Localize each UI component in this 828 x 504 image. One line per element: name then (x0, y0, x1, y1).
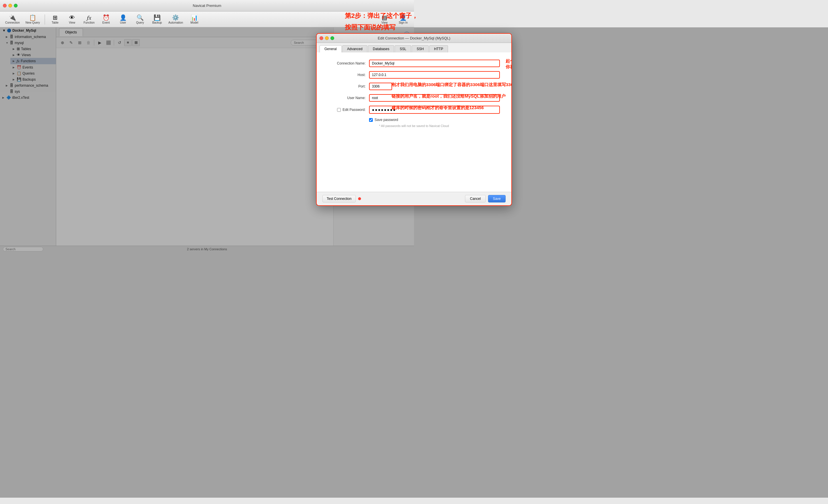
query-icon: 🔍 (136, 15, 144, 20)
connection-name-row: Connection Name: 起个名字，随意写你喜欢就好 (328, 59, 414, 67)
query-tool[interactable]: 🔍 Query (132, 13, 148, 25)
backup-icon: 💾 (154, 15, 161, 20)
app-title: Navicat Premium (193, 3, 221, 8)
automation-tool[interactable]: ⚙️ Automation (166, 13, 185, 25)
event-icon: ⏰ (102, 15, 110, 20)
model-icon: 📊 (191, 15, 198, 20)
tab-databases[interactable]: Databases (368, 45, 394, 52)
connection-tool[interactable]: 🔌 Connection (3, 13, 22, 25)
dialog-window-controls[interactable] (320, 36, 334, 40)
dialog-footer: Test Connection Cancel Save (317, 192, 414, 205)
edit-password-label: Edit Password: (342, 108, 366, 112)
annotation-step2: 第2步：弹出了这个窗子， (345, 11, 414, 20)
new-query-tool[interactable]: 📋 New Query (23, 13, 42, 25)
function-icon: 𝑓𝑥 (87, 15, 91, 20)
port-input[interactable] (369, 83, 392, 90)
table-icon: ⊞ (53, 15, 57, 20)
maximize-button[interactable] (14, 4, 17, 7)
toolbar-separator-1 (45, 14, 45, 25)
modal-container: 第2步：弹出了这个窗子， 按照下面说的填写 Edit Connection — … (316, 33, 414, 206)
tab-advanced-label: Advanced (347, 47, 363, 51)
view-icon: 👁 (69, 15, 75, 20)
connection-name-label: Connection Name: (328, 61, 366, 66)
tab-databases-label: Databases (373, 47, 389, 51)
backup-tool[interactable]: 💾 Backup (149, 13, 165, 25)
view-label: View (69, 21, 75, 24)
modal-overlay: 第2步：弹出了这个窗子， 按照下面说的填写 Edit Connection — … (0, 27, 414, 252)
window-controls[interactable] (3, 4, 17, 7)
automation-icon: ⚙️ (172, 15, 179, 20)
user-icon: 👤 (120, 15, 127, 20)
user-tool[interactable]: 👤 User (115, 13, 131, 25)
test-connection-label: Test Connection (327, 197, 351, 201)
title-bar: Navicat Premium (0, 0, 414, 11)
new-query-label: New Query (26, 21, 40, 24)
host-row: Host: 本机ip，可以是localhost或127.0.0.1 (328, 71, 414, 79)
save-password-label: Save password (375, 118, 398, 122)
dialog-close-btn[interactable] (320, 36, 323, 40)
event-label: Event (102, 21, 110, 24)
test-connection-button[interactable]: Test Connection (322, 195, 356, 203)
port-row: Port: 刚才我们用电脑的3306端口绑定了容器的3306端口这里填写3306 (328, 83, 414, 90)
annotation-port-hint: 刚才我们用电脑的3306端口绑定了容器的3306端口这里填写3306 (391, 82, 414, 88)
port-label: Port: (328, 84, 366, 88)
edit-connection-dialog: Edit Connection — Docker_MySql (MySQL) G… (316, 33, 414, 206)
connection-icon: 🔌 (9, 15, 16, 20)
user-name-label: User Name: (328, 96, 366, 100)
host-label: Host: (328, 73, 366, 77)
annotation-password-hint: 建库的时候的密码刚才的命令里设置的是123456 (391, 105, 414, 111)
table-label: Table (51, 21, 58, 24)
save-password-checkbox[interactable] (369, 118, 373, 122)
backup-label: Backup (152, 21, 162, 24)
tab-general-label: General (324, 47, 337, 51)
dialog-tab-bar: General Advanced Databases SSL SSH HTTP (317, 43, 414, 52)
username-row: User Name: 链接的用户名，就是root，我们还没给MySQL添加别的用… (328, 94, 414, 102)
save-password-row: Save password (369, 118, 414, 122)
annotation-username-hint: 链接的用户名，就是root，我们还没给MySQL添加别的用户 (391, 94, 414, 99)
new-query-icon: 📋 (29, 15, 36, 20)
dialog-body: Connection Name: 起个名字，随意写你喜欢就好 Host: 本机i… (317, 52, 414, 192)
tab-advanced[interactable]: Advanced (342, 45, 367, 52)
query-label: Query (136, 21, 144, 24)
dialog-title: Edit Connection — Docker_MySql (MySQL) (378, 36, 414, 40)
edit-password-checkbox[interactable] (337, 108, 341, 112)
tab-ssh[interactable]: SSH (412, 45, 414, 52)
tab-ssl-label: SSL (400, 47, 406, 51)
event-tool[interactable]: ⏰ Event (98, 13, 114, 25)
annotation-fill-in: 按照下面说的填写 (345, 23, 396, 32)
dialog-title-bar: Edit Connection — Docker_MySql (MySQL) (317, 34, 414, 43)
function-tool[interactable]: 𝑓𝑥 Function (81, 13, 97, 25)
user-label: User (120, 21, 126, 24)
host-input[interactable] (369, 71, 414, 79)
connection-name-input[interactable] (369, 59, 414, 67)
view-tool[interactable]: 👁 View (64, 13, 80, 25)
password-label: Edit Password: (328, 108, 366, 112)
table-tool[interactable]: ⊞ Table (47, 13, 63, 25)
tab-ssl[interactable]: SSL (395, 45, 411, 52)
close-button[interactable] (3, 4, 7, 7)
model-label: Model (191, 21, 198, 24)
connection-status-dot (358, 197, 361, 200)
password-row: Edit Password: ●●●●●●●● 建库的时候的密码刚才的命令里设置… (328, 106, 414, 114)
form-note: * All passwords will not be saved to Nav… (328, 124, 414, 128)
dialog-min-btn[interactable] (325, 36, 329, 40)
function-label: Function (84, 21, 94, 24)
dialog-max-btn[interactable] (330, 36, 334, 40)
automation-label: Automation (169, 21, 183, 24)
connection-label: Connection (5, 21, 20, 24)
model-tool[interactable]: 📊 Model (187, 13, 202, 25)
sign-in-label: Sign In (399, 21, 408, 24)
minimize-button[interactable] (8, 4, 12, 7)
tab-general[interactable]: General (320, 45, 342, 52)
